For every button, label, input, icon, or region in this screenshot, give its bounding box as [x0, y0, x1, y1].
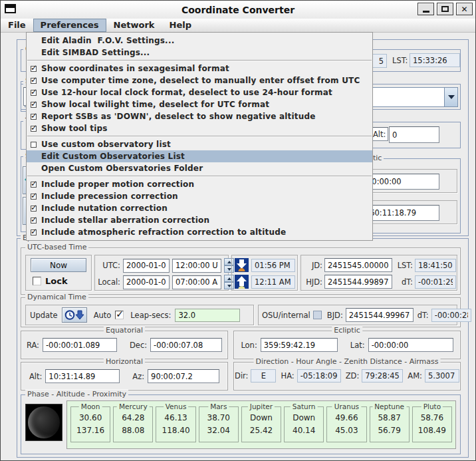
close-button[interactable]: ✕: [456, 3, 473, 15]
menu-item-computer-timezone[interactable]: Use computer time zone, deselect to manu…: [27, 75, 372, 86]
menu-item-open-custom-obs-folder[interactable]: Open Custom Obersvatories Folder: [27, 162, 372, 174]
jd-field[interactable]: [324, 258, 392, 272]
dec-field[interactable]: [150, 338, 222, 352]
planet-value-2: 118.40: [156, 424, 195, 437]
ra-field[interactable]: [43, 338, 117, 352]
menu-item-precession[interactable]: Include precession correction: [27, 190, 372, 202]
lon-field[interactable]: [261, 338, 338, 352]
alt-bg-field[interactable]: [389, 126, 439, 143]
planet-name: Mercury: [117, 402, 150, 410]
leap-secs-field[interactable]: [175, 309, 240, 322]
now-button[interactable]: Now: [31, 258, 86, 272]
ha-field: [297, 369, 341, 383]
bjd-field[interactable]: [346, 308, 414, 322]
update-button[interactable]: [62, 307, 87, 323]
menu-item-label: Use 12-hour local clock format, deselect…: [41, 88, 332, 97]
planet-value-2: 40.14: [285, 424, 323, 437]
menu-item-label: Show local twilight time, deselect for U…: [41, 100, 269, 109]
lock-label: Lock: [45, 276, 68, 286]
equatorial-panel: Equatorial RA: Dec:: [21, 331, 228, 359]
planet-name: Pluto: [421, 402, 443, 410]
galactic-lat-field[interactable]: [364, 205, 439, 221]
menu-item-sexagesimal[interactable]: Show coordinates in sexagesimal format: [27, 63, 372, 75]
planet-name: Uranus: [332, 402, 361, 410]
menu-item-edit-custom-obs[interactable]: Edit Custom Observatories List: [27, 150, 372, 162]
minimize-icon: [423, 11, 429, 13]
preferences-menu-popup: Edit Aladin F.O.V. Settings... Edit SIMB…: [26, 32, 373, 241]
menu-item-ssb-down[interactable]: Report SSBs as 'DOWN', deselect to show …: [27, 110, 372, 122]
sunrise-icon: [235, 275, 249, 289]
combobox-arrow-button[interactable]: [444, 88, 457, 106]
menu-item-label: Edit SIMBAD Settings...: [41, 48, 150, 57]
checkbox-icon: [31, 114, 37, 120]
chevron-down-icon: [448, 95, 455, 99]
clock-update-icon: [64, 309, 84, 321]
update-label: Update: [30, 311, 58, 320]
galactic-lon-field[interactable]: [364, 174, 439, 190]
sunrise-sunset-box: [231, 255, 298, 291]
checkbox-icon: [31, 218, 37, 224]
lst-top-label: LST:: [392, 56, 408, 65]
zd-field: [362, 369, 403, 383]
utc-local-box: UTC: Local:: [94, 255, 229, 291]
menu-item-edit-aladin-fov[interactable]: Edit Aladin F.O.V. Settings...: [27, 35, 372, 47]
utc-time-field[interactable]: [172, 259, 221, 273]
menu-network[interactable]: Network: [106, 19, 162, 32]
planet-box-venus: Venus46.13118.40: [156, 406, 195, 442]
menu-item-12hour-format[interactable]: Use 12-hour local clock format, deselect…: [27, 86, 372, 98]
planet-box-mercury: Mercury64.2888.08: [113, 406, 153, 442]
auto-checkbox[interactable]: [115, 311, 124, 319]
menu-file[interactable]: File: [1, 19, 33, 32]
am-field: [425, 369, 459, 383]
alt-field[interactable]: [45, 369, 120, 383]
menu-item-stellar-aberration[interactable]: Include stellar aberration correction: [27, 214, 372, 226]
lat-field[interactable]: [368, 338, 453, 352]
ecliptic-panel: Ecliptic Lon: Lat:: [233, 331, 461, 359]
utc-date-field[interactable]: [123, 259, 170, 273]
planet-box-neptune: Neptune58.8756.79: [370, 406, 410, 442]
menu-item-tooltips[interactable]: Show tool tips: [27, 122, 372, 134]
dyn-dt-label: dT:: [417, 311, 429, 320]
planet-value-2: 32.04: [199, 424, 238, 437]
alt-bg-label: Alt:: [373, 130, 386, 139]
minimize-button[interactable]: [417, 3, 434, 15]
maximize-icon: [441, 6, 449, 12]
planet-value-1: Down: [285, 412, 323, 424]
planet-name: Jupiter: [248, 402, 275, 410]
menu-separator: [27, 136, 372, 137]
menu-item-atmospheric-refraction[interactable]: Include atmospheric refraction correctio…: [27, 226, 372, 238]
window-title: Coordinate Converter: [1, 5, 475, 15]
sunset-icon: [235, 258, 249, 272]
maximize-button[interactable]: [437, 3, 453, 15]
menu-help[interactable]: Help: [162, 19, 199, 32]
az-label: Az:: [132, 372, 144, 381]
planet-box-moon: Moon30.60137.16: [70, 406, 110, 442]
lock-checkbox[interactable]: [33, 277, 41, 285]
sunset-time-field: [251, 259, 295, 272]
menu-item-label: Use custom observatory list: [41, 140, 171, 149]
local-row-label: Local:: [98, 277, 120, 287]
menu-item-label: Edit Aladin F.O.V. Settings...: [41, 36, 174, 45]
dt-label: dT:: [394, 277, 413, 287]
menu-item-twilight-time[interactable]: Show local twilight time, deselect for U…: [27, 98, 372, 110]
local-time-field[interactable]: [172, 275, 221, 289]
menu-preferences[interactable]: Preferences: [33, 19, 106, 32]
moon-phase-image: [25, 404, 62, 441]
hjd-label: HJD:: [302, 277, 322, 287]
menu-item-nutation[interactable]: Include nutation correction: [27, 202, 372, 214]
osu-internal-checkbox[interactable]: [313, 311, 322, 319]
menu-item-label: Open Custom Obersvatories Folder: [41, 164, 203, 173]
az-field[interactable]: [148, 369, 219, 383]
jd-label: JD:: [302, 261, 322, 270]
planet-value-1: 64.28: [114, 412, 152, 424]
moon-icon: [28, 406, 60, 438]
hjd-field[interactable]: [324, 275, 392, 289]
menu-item-edit-simbad[interactable]: Edit SIMBAD Settings...: [27, 47, 372, 59]
local-date-field[interactable]: [123, 275, 170, 289]
dec-label: Dec:: [130, 341, 147, 350]
title-bar: Coordinate Converter ✕: [1, 1, 475, 19]
utc-time-panel: UTC-based Time Now Lock UTC: Local:: [21, 247, 461, 295]
menu-item-use-custom-obs-list[interactable]: Use custom observatory list: [27, 138, 372, 150]
menu-item-proper-motion[interactable]: Include proper motion correction: [27, 178, 372, 190]
planet-name: Moon: [79, 402, 102, 410]
